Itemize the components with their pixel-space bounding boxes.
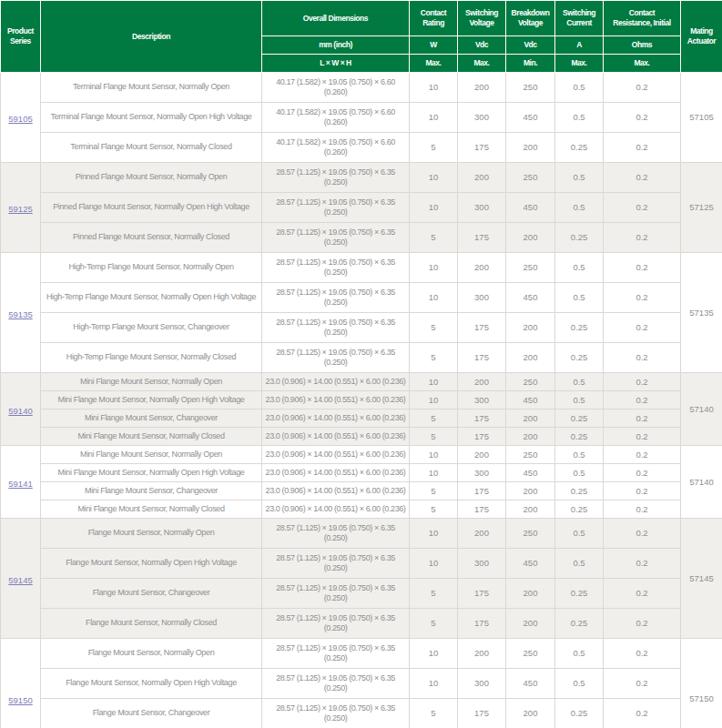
dimensions-line: 28.57 (1.125) × 19.05 (0.750) × 6.35 [264,703,407,713]
description-cell: Pinned Flange Mount Sensor, Normally Ope… [41,193,262,223]
switching-current-cell: 0.5 [555,103,604,133]
description-cell: Flange Mount Sensor, Normally Open High … [41,669,262,699]
dimensions-line: 23.0 (0.906) × 14.00 (0.551) × 6.00 (0.2… [264,486,407,496]
contact-resistance-cell: 0.2 [604,410,681,428]
product-series-link[interactable]: 59140 [8,406,32,416]
contact-resistance-cell: 0.2 [604,103,681,133]
breakdown-voltage-cell: 200 [506,428,555,446]
contact-rating-cell: 5 [410,410,458,428]
mating-actuator-cell: 57140 [681,373,722,446]
dimensions-line: (0.260) [264,117,407,127]
contact-resistance-cell: 0.2 [604,428,681,446]
description-cell: Mini Flange Mount Sensor, Normally Open … [41,464,262,482]
switching-current-cell: 0.5 [555,193,604,223]
description-cell: Pinned Flange Mount Sensor, Normally Ope… [41,163,262,193]
description-cell: Flange Mount Sensor, Changeover [41,699,262,728]
col-unit-dimensions: mm (inch) [262,36,410,55]
dimensions-line: 28.57 (1.125) × 19.05 (0.750) × 6.35 [264,197,407,207]
dimensions-cell: 28.57 (1.125) × 19.05 (0.750) × 6.35(0.2… [262,519,410,549]
breakdown-voltage-cell: 450 [506,283,555,313]
contact-rating-cell: 10 [410,73,458,103]
col-header-overall-dimensions: Overall Dimensions [262,1,410,36]
breakdown-voltage-cell: 200 [506,699,555,728]
product-series-link[interactable]: 59141 [8,479,32,489]
dimensions-line: 28.57 (1.125) × 19.05 (0.750) × 6.35 [264,348,407,358]
dimensions-cell: 40.17 (1.582) × 19.05 (0.750) × 6.60(0.2… [262,103,410,133]
dimensions-line: (0.250) [264,207,407,217]
contact-resistance-cell: 0.2 [604,579,681,609]
switching-current-cell: 0.25 [555,579,604,609]
col-limit-contact-rating: Max. [410,55,458,73]
contact-rating-cell: 5 [410,313,458,343]
contact-rating-cell: 10 [410,669,458,699]
contact-rating-cell: 10 [410,163,458,193]
table-row: Mini Flange Mount Sensor, Normally Close… [1,500,722,519]
table-row: Flange Mount Sensor, Normally Closed28.5… [1,609,722,639]
breakdown-voltage-cell: 250 [506,519,555,549]
dimensions-cell: 28.57 (1.125) × 19.05 (0.750) × 6.35(0.2… [262,313,410,343]
dimensions-line: 28.57 (1.125) × 19.05 (0.750) × 6.35 [264,673,407,683]
dimensions-line: (0.250) [264,268,407,278]
product-series-link[interactable]: 59150 [8,695,32,705]
product-series-link[interactable]: 59145 [8,575,32,585]
dimensions-line: 28.57 (1.125) × 19.05 (0.750) × 6.35 [264,613,407,623]
dimensions-line: (0.260) [264,87,407,97]
product-series-cell: 59141 [1,446,41,519]
table-row: Terminal Flange Mount Sensor, Normally O… [1,103,722,133]
dimensions-line: 28.57 (1.125) × 19.05 (0.750) × 6.35 [264,228,407,238]
dimensions-line: 28.57 (1.125) × 19.05 (0.750) × 6.35 [264,523,407,533]
switching-voltage-cell: 200 [458,73,506,103]
switching-voltage-cell: 200 [458,253,506,283]
table-row: High-Temp Flange Mount Sensor, Changeove… [1,313,722,343]
switching-current-cell: 0.25 [555,609,604,639]
contact-rating-cell: 10 [410,103,458,133]
table-row: 59125Pinned Flange Mount Sensor, Normall… [1,163,722,193]
contact-resistance-cell: 0.2 [604,519,681,549]
breakdown-voltage-cell: 200 [506,313,555,343]
dimensions-cell: 23.0 (0.906) × 14.00 (0.551) × 6.00 (0.2… [262,410,410,428]
switching-voltage-cell: 175 [458,313,506,343]
dimensions-cell: 23.0 (0.906) × 14.00 (0.551) × 6.00 (0.2… [262,373,410,391]
col-limit-contact-resistance: Max. [604,55,681,73]
contact-resistance-cell: 0.2 [604,639,681,669]
dimensions-cell: 23.0 (0.906) × 14.00 (0.551) × 6.00 (0.2… [262,446,410,464]
dimensions-line: 23.0 (0.906) × 14.00 (0.551) × 6.00 (0.2… [264,468,407,478]
product-series-link[interactable]: 59135 [8,309,32,319]
breakdown-voltage-cell: 200 [506,223,555,253]
product-series-link[interactable]: 59105 [8,114,32,124]
dimensions-line: (0.250) [264,298,407,308]
description-cell: Terminal Flange Mount Sensor, Normally C… [41,133,262,163]
breakdown-voltage-cell: 450 [506,549,555,579]
col-header-contact-resistance: Contact Resistance, Initial [604,1,681,36]
breakdown-voltage-cell: 450 [506,391,555,410]
contact-rating-cell: 5 [410,699,458,728]
col-unit-switching-voltage: Vdc [458,36,506,55]
table-row: Flange Mount Sensor, Normally Open High … [1,549,722,579]
contact-resistance-cell: 0.2 [604,223,681,253]
contact-rating-cell: 10 [410,253,458,283]
switching-voltage-cell: 175 [458,428,506,446]
contact-rating-cell: 5 [410,609,458,639]
dimensions-line: 28.57 (1.125) × 19.05 (0.750) × 6.35 [264,258,407,268]
dimensions-line: (0.250) [264,713,407,723]
product-series-link[interactable]: 59125 [8,204,32,214]
table-row: 59140Mini Flange Mount Sensor, Normally … [1,373,722,391]
description-cell: Mini Flange Mount Sensor, Normally Open [41,373,262,391]
description-cell: Flange Mount Sensor, Normally Open High … [41,549,262,579]
switching-current-cell: 0.25 [555,428,604,446]
switching-voltage-cell: 200 [458,639,506,669]
switching-current-cell: 0.5 [555,73,604,103]
breakdown-voltage-cell: 250 [506,446,555,464]
dimensions-line: (0.250) [264,238,407,248]
breakdown-voltage-cell: 250 [506,253,555,283]
product-series-cell: 59150 [1,639,41,728]
datasheet-spec-section: Product Series Description Overall Dimen… [0,0,722,728]
table-row: Mini Flange Mount Sensor, Normally Close… [1,428,722,446]
col-header-product-series: Product Series [1,1,41,73]
table-row: 59145Flange Mount Sensor, Normally Open2… [1,519,722,549]
dimensions-line: 40.17 (1.582) × 19.05 (0.750) × 6.60 [264,77,407,87]
switching-voltage-cell: 175 [458,343,506,373]
contact-resistance-cell: 0.2 [604,500,681,519]
switching-current-cell: 0.25 [555,343,604,373]
description-cell: Flange Mount Sensor, Normally Closed [41,609,262,639]
